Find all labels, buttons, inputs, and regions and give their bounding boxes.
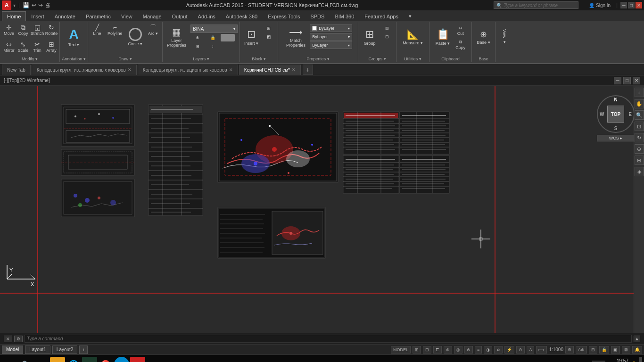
vp-close[interactable]: ✕ bbox=[633, 77, 640, 84]
view-right-btn[interactable]: View ▾ bbox=[497, 23, 512, 51]
bylayer-linetype-dropdown[interactable]: ByLayer ▾ bbox=[310, 33, 352, 41]
wcs-label[interactable]: WCS ▸ bbox=[597, 135, 635, 141]
grid-btn[interactable]: ⊞ bbox=[413, 346, 421, 354]
ortho-btn[interactable]: ⊏ bbox=[433, 346, 442, 354]
search-taskbar-btn[interactable]: 🔍 bbox=[18, 357, 33, 362]
close-doc1[interactable]: ✕ bbox=[128, 67, 132, 72]
maximize-btn[interactable]: □ bbox=[628, 2, 635, 8]
arc-btn[interactable]: ⌒Arc ▾ bbox=[146, 23, 160, 37]
word-btn[interactable]: W bbox=[82, 357, 97, 362]
hardware-btn[interactable]: ▣ bbox=[611, 346, 620, 354]
signin-btn[interactable]: 👤 Sign In bbox=[586, 3, 613, 8]
drawing-viewport[interactable]: Y X N S E W TOP bbox=[0, 86, 644, 333]
close-doc2[interactable]: ✕ bbox=[229, 67, 233, 72]
vp-minimize[interactable]: ─ bbox=[614, 77, 621, 84]
settings-btn[interactable]: ⚙ bbox=[565, 346, 574, 354]
qp-btn[interactable]: ⚡ bbox=[504, 346, 514, 354]
move-btn[interactable]: ✛Move bbox=[2, 23, 16, 37]
insert-btn[interactable]: ⊡ Insert ▾ bbox=[242, 23, 261, 51]
units-btn[interactable]: ⟼ bbox=[536, 346, 547, 354]
search-box[interactable]: 🔍 Type a keyword or phrase bbox=[494, 1, 578, 9]
quick-access-redo[interactable]: ↪ bbox=[38, 2, 43, 8]
scroll-tool-4[interactable]: ⊡ bbox=[635, 122, 644, 131]
lock-btn[interactable]: 🔒 bbox=[599, 346, 609, 354]
close-btn[interactable]: ✕ bbox=[636, 2, 642, 8]
tab-home[interactable]: Home bbox=[2, 11, 26, 21]
notification-btn[interactable]: 🔔 bbox=[632, 346, 642, 354]
tab-bim360[interactable]: BIM 360 bbox=[330, 11, 359, 21]
viewcube[interactable]: N S E W TOP WCS ▸ bbox=[597, 95, 635, 142]
stretch-btn[interactable]: ◱Stretch bbox=[30, 23, 44, 37]
tab-insert[interactable]: Insert bbox=[26, 11, 50, 21]
base-btn[interactable]: ⊕ Base ▾ bbox=[474, 23, 493, 51]
tab-spds[interactable]: SPDS bbox=[305, 11, 330, 21]
cut-btn[interactable]: ✂Cut bbox=[453, 25, 468, 37]
group-icon2[interactable]: ⊡ bbox=[380, 33, 394, 41]
quick-access-undo[interactable]: ↩ bbox=[32, 2, 36, 8]
measure-btn[interactable]: 📐 Measure ▾ bbox=[400, 23, 425, 51]
scroll-tool-2[interactable]: ✋ bbox=[635, 99, 644, 108]
lineweight-btn[interactable]: ≡ bbox=[475, 346, 482, 354]
tab-manage[interactable]: Manage bbox=[138, 11, 167, 21]
new-doc-btn[interactable]: + bbox=[303, 65, 313, 75]
layer-icon2[interactable]: ↕ bbox=[206, 42, 220, 50]
autocad-taskbar-btn[interactable]: A bbox=[130, 357, 145, 362]
tab-addins[interactable]: Add-ins bbox=[193, 11, 221, 21]
group-btn[interactable]: ⊞ Group bbox=[360, 23, 379, 51]
scroll-tool-5[interactable]: ↻ bbox=[635, 133, 644, 142]
scroll-tool-3[interactable]: 🔍 bbox=[635, 110, 644, 120]
snap-btn[interactable]: ⊡ bbox=[423, 346, 431, 354]
layer-dropdown[interactable]: BINA ▾ bbox=[190, 25, 238, 33]
tab-doc3[interactable]: КеркичиГСН,ГСВ см* ✕ bbox=[239, 65, 301, 75]
minimize-btn[interactable]: ─ bbox=[620, 2, 627, 8]
polyline-btn[interactable]: ⌐Polyline bbox=[105, 23, 125, 37]
close-doc3[interactable]: ✕ bbox=[292, 67, 296, 72]
osnap-btn[interactable]: ◎ bbox=[454, 346, 462, 354]
layout2-tab[interactable]: Layout2 bbox=[52, 346, 78, 354]
tab-doc1[interactable]: Колодецы кругл. из...ляционных коверов ✕ bbox=[32, 65, 137, 75]
tab-doc2[interactable]: Колодецы кругл. и...ационных коверов ✕ bbox=[138, 65, 238, 75]
polar-btn[interactable]: ⊕ bbox=[444, 346, 452, 354]
line-btn[interactable]: ╱Line bbox=[90, 23, 104, 37]
trim-btn[interactable]: ✂Trim bbox=[30, 40, 44, 54]
transparency-btn[interactable]: ◑ bbox=[484, 346, 492, 354]
sel-cycling-btn[interactable]: ⊙ bbox=[516, 346, 525, 354]
anno-scale-btn[interactable]: A⊕ bbox=[576, 346, 587, 354]
windows-start-btn[interactable]: ⊞ bbox=[2, 357, 17, 362]
tab-express[interactable]: Express Tools bbox=[263, 11, 305, 21]
anno-monitor-btn[interactable]: A bbox=[527, 346, 534, 354]
vp-maximize[interactable]: □ bbox=[623, 77, 631, 84]
model-tab[interactable]: Model bbox=[2, 346, 23, 354]
cmd-scroll-up[interactable]: ▲ bbox=[634, 336, 640, 342]
viewcube-box[interactable]: TOP bbox=[607, 106, 624, 123]
layer-color-btn[interactable] bbox=[221, 34, 235, 41]
layer-freeze-btn[interactable]: ❄ bbox=[190, 34, 205, 41]
scroll-tool-1[interactable]: ↕ bbox=[635, 88, 644, 97]
scroll-tool-8[interactable]: ◈ bbox=[635, 167, 644, 176]
layer-lock-btn[interactable]: 🔒 bbox=[206, 34, 220, 41]
otrack-btn[interactable]: ⊗ bbox=[464, 346, 473, 354]
tab-annotate[interactable]: Annotate bbox=[50, 11, 81, 21]
file-explorer-btn[interactable]: 📁 bbox=[50, 357, 65, 362]
block-icon2[interactable]: ◩ bbox=[262, 33, 276, 41]
tab-parametric[interactable]: Parametric bbox=[81, 11, 116, 21]
mirror-btn[interactable]: ⇔Mirror bbox=[2, 40, 16, 54]
cmd-settings-btn[interactable]: ⚙ bbox=[14, 336, 23, 342]
command-input[interactable] bbox=[25, 335, 632, 343]
tab-autodesk360[interactable]: Autodesk 360 bbox=[221, 11, 263, 21]
tab-output[interactable]: Output bbox=[167, 11, 193, 21]
layout1-tab[interactable]: Layout1 bbox=[25, 346, 50, 354]
show-desktop-btn[interactable] bbox=[639, 357, 642, 362]
layer-properties-btn[interactable]: ▦ LayerProperties bbox=[165, 23, 189, 51]
scale-btn[interactable]: ⤡Scale bbox=[16, 40, 30, 54]
autocad-logo[interactable]: A bbox=[2, 0, 11, 10]
ws-btn[interactable]: ⊞ bbox=[589, 346, 597, 354]
scroll-tool-6[interactable]: ⊕ bbox=[635, 144, 644, 154]
add-layout-btn[interactable]: + bbox=[79, 346, 88, 354]
copy-btn[interactable]: ⧉Copy bbox=[16, 23, 30, 37]
text-btn[interactable]: A Text ▾ bbox=[65, 23, 83, 51]
block-icon1[interactable]: ⊞ bbox=[262, 25, 276, 32]
isolate-btn[interactable]: ⊠ bbox=[622, 346, 630, 354]
bylayer-color-dropdown[interactable]: ByLayer ▾ bbox=[310, 25, 352, 32]
array-btn[interactable]: ⊞Array bbox=[44, 40, 58, 54]
